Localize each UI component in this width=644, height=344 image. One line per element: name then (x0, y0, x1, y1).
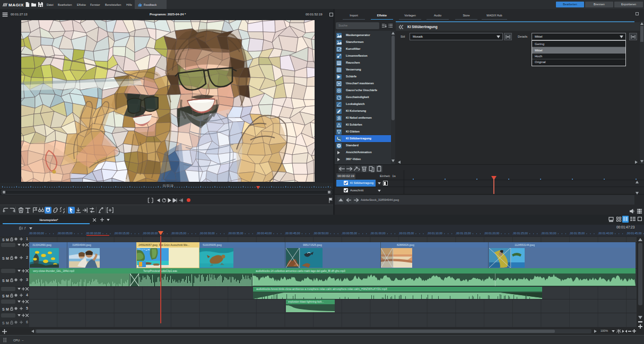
svg-text:,00:01:05;00: ,00:01:05;00 (398, 232, 414, 235)
svg-text:,00:00:15;00: ,00:00:15;00 (114, 232, 129, 235)
svg-text:,00:00:30;00: ,00:00:30;00 (199, 232, 215, 235)
svg-text:S: S (2, 307, 5, 311)
svg-text:M: M (6, 307, 9, 311)
svg-text:,00:01:45;00: ,00:01:45;00 (626, 232, 642, 235)
svg-text:,00:01:00;00: ,00:01:00;00 (370, 232, 386, 235)
svg-text:M: M (6, 238, 9, 242)
svg-text:,00:00:35;00: ,00:00:35;00 (228, 232, 243, 235)
svg-text:,00:00:45;00: ,00:00:45;00 (285, 232, 300, 235)
svg-text:,00:00:40;00: ,00:00:40;00 (256, 232, 272, 235)
svg-text:,00:00:50;00: ,00:00:50;00 (314, 232, 329, 235)
svg-text:,00:00:20;00: ,00:00:20;00 (143, 232, 158, 235)
svg-text:M: M (6, 279, 9, 283)
svg-text:,00:01:25;00: ,00:01:25;00 (512, 232, 528, 235)
svg-text:S: S (2, 294, 5, 298)
svg-text:,00:00:05;00: ,00:00:05;00 (57, 232, 73, 235)
svg-text:M: M (6, 294, 9, 298)
svg-text:S: S (2, 279, 5, 283)
svg-text:,00:00:00;00: ,00:00:00;00 (29, 232, 44, 235)
svg-text:,00:00:10;00: ,00:00:10;00 (85, 232, 101, 235)
svg-text:,00:00:25;00: ,00:00:25;00 (171, 232, 186, 235)
svg-text:,00:01:10;00: ,00:01:10;00 (427, 232, 442, 235)
svg-text:S: S (2, 238, 5, 242)
svg-text:M: M (6, 257, 9, 260)
svg-text:,00:01:15;00: ,00:01:15;00 (456, 232, 471, 235)
svg-text:,00:00:55;00: ,00:00:55;00 (342, 232, 357, 235)
svg-text:,00:01:40;00: ,00:01:40;00 (598, 232, 613, 235)
svg-text:S: S (2, 257, 5, 260)
svg-text:,00:01:30;00: ,00:01:30;00 (541, 232, 556, 235)
svg-text:,00:01:35;00: ,00:01:35;00 (569, 232, 585, 235)
svg-text:,00:01:20;00: ,00:01:20;00 (484, 232, 499, 235)
svg-text:M: M (6, 321, 9, 325)
svg-text:S: S (2, 321, 5, 325)
